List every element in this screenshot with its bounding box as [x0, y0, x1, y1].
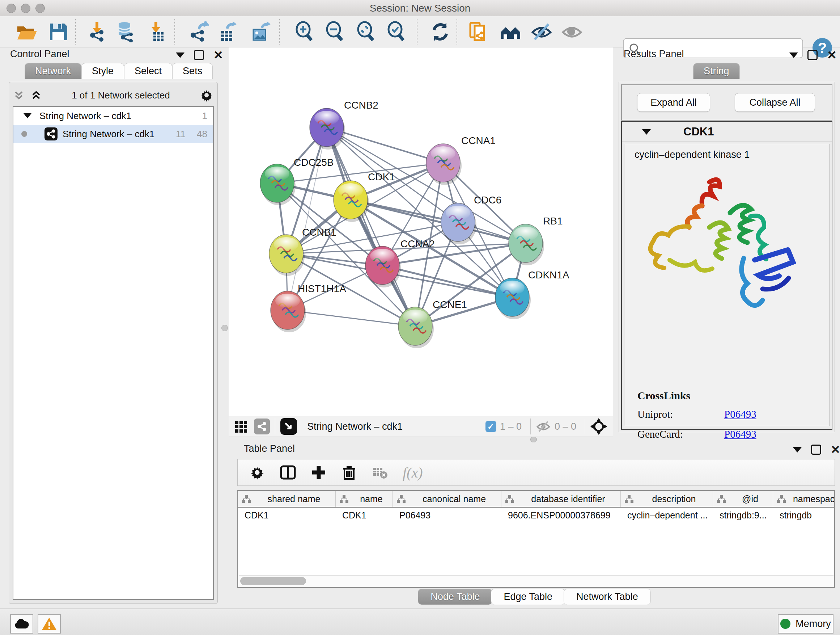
network-selection-status: 1 of 1 Network selected [42, 90, 199, 101]
cloud-button[interactable] [10, 614, 33, 633]
refresh-icon[interactable] [430, 21, 451, 42]
network-node-CCNB2[interactable]: CCNB2 [309, 100, 378, 149]
tab-edge-table[interactable]: Edge Table [491, 589, 565, 605]
copy-style-icon[interactable] [468, 21, 489, 42]
hide-selected-eye-icon[interactable] [531, 21, 552, 42]
grid-view-icon[interactable] [234, 419, 249, 434]
add-column-plus-icon[interactable] [311, 464, 327, 480]
import-table-file-icon[interactable] [145, 21, 166, 42]
scrollbar-thumb[interactable] [240, 577, 306, 585]
tab-style[interactable]: Style [81, 63, 124, 79]
table-row[interactable]: CDK1CDK1P064939606.ENSP00000378699cyclin… [238, 508, 834, 524]
crosslink-link[interactable]: P06493 [724, 428, 756, 440]
warnings-button[interactable] [38, 614, 61, 633]
network-node-CDC6[interactable]: CDC6 [441, 195, 501, 244]
section-collapse-arrow-icon[interactable] [642, 129, 651, 135]
table-cell: P06493 [393, 508, 501, 524]
tab-network[interactable]: Network [25, 63, 81, 79]
zoom-fit-icon[interactable] [355, 21, 376, 42]
network-node-CDKN1A[interactable]: CDKN1A [495, 269, 569, 319]
table-options-gear-icon[interactable] [249, 464, 265, 480]
memory-button[interactable]: Memory [778, 614, 834, 633]
results-panel-float-icon[interactable] [807, 50, 818, 60]
network-collection-label: String Network – cdk1 [39, 111, 131, 122]
zoom-out-icon[interactable] [324, 21, 345, 42]
gene-section-header[interactable]: CDK1 [622, 122, 832, 142]
control-panel: Control Panel ✕ NetworkStyleSelectSets 1… [2, 49, 224, 606]
network-node-CCNA1[interactable]: CCNA1 [426, 135, 496, 185]
control-panel-close-icon[interactable]: ✕ [213, 51, 223, 59]
network-row[interactable]: String Network – cdk1 11 48 [13, 125, 213, 143]
tab-sets[interactable]: Sets [172, 63, 213, 79]
birds-eye-view-icon[interactable] [280, 418, 297, 435]
network-node-HIST1H1A[interactable]: HIST1H1A [271, 283, 346, 333]
column-header-@id[interactable]: @id [713, 491, 773, 507]
export-table-icon[interactable] [216, 21, 237, 42]
memory-status-dot [780, 619, 790, 629]
network-collection-row[interactable]: String Network – cdk1 1 [13, 107, 213, 125]
column-header-description[interactable]: description [621, 491, 713, 507]
warning-icon [42, 617, 57, 631]
horizontal-splitter-grip[interactable] [531, 436, 537, 443]
export-image-icon[interactable] [249, 21, 271, 42]
open-session-icon[interactable] [16, 21, 37, 42]
network-node-CCNE1[interactable]: CCNE1 [398, 299, 467, 348]
column-header-namespace[interactable]: namespace [773, 491, 835, 507]
separator [585, 418, 585, 434]
home-icon[interactable] [500, 21, 521, 42]
show-columns-icon[interactable] [279, 464, 296, 481]
table-panel-menu-icon[interactable] [793, 447, 802, 453]
selected-checkbox-icon[interactable]: ✓ [485, 421, 496, 432]
save-session-icon[interactable] [48, 21, 69, 42]
tab-network-table[interactable]: Network Table [564, 589, 651, 605]
gene-section-content: cyclin–dependent kinase 1 [624, 144, 829, 426]
left-splitter-grip[interactable] [221, 325, 228, 331]
results-panel-tab-string[interactable]: String [693, 63, 740, 79]
toolbar-separator [75, 19, 76, 44]
table-panel-float-icon[interactable] [811, 445, 821, 455]
crosslink-row: GeneCard:P06493 [638, 428, 831, 440]
current-network-dot-icon [21, 131, 27, 137]
zoom-selected-icon[interactable] [386, 21, 407, 42]
table-panel-close-icon[interactable]: ✕ [831, 446, 840, 454]
network-edge[interactable] [287, 310, 415, 326]
table-panel: Table Panel ✕ f(x) shared namenamecanoni… [229, 442, 840, 608]
results-panel-title: Results Panel [624, 49, 684, 60]
expand-collapse-box: Expand All Collapse All [621, 84, 832, 120]
collection-count: 1 [202, 111, 207, 122]
export-network-icon[interactable] [188, 21, 209, 42]
node-label: CCNE1 [433, 299, 467, 310]
node-count: 11 [176, 128, 186, 140]
show-eye-disabled-icon[interactable] [561, 21, 583, 42]
column-header-database-identifier[interactable]: database identifier [501, 491, 621, 507]
crosslink-label: Uniprot: [638, 409, 724, 420]
tab-select[interactable]: Select [124, 63, 172, 79]
network-canvas[interactable]: CCNB2CCNA1CDC25BCDK1CDC6RB1CCNB1CCNA2CDK… [229, 48, 613, 416]
results-panel-close-icon[interactable]: ✕ [827, 51, 837, 59]
fit-content-crosshair-icon[interactable] [591, 418, 607, 435]
network-node-RB1[interactable]: RB1 [508, 215, 562, 265]
delete-column-trash-icon[interactable] [341, 464, 357, 480]
expand-all-tree-icon[interactable] [13, 89, 25, 101]
column-header-shared-name[interactable]: shared name [238, 491, 336, 507]
node-label: CDKN1A [528, 269, 569, 280]
column-header-name[interactable]: name [336, 491, 393, 507]
import-network-database-icon[interactable] [115, 21, 136, 42]
import-network-file-icon[interactable] [87, 21, 108, 42]
control-panel-menu-icon[interactable] [176, 52, 185, 58]
network-thumbnail-icon[interactable] [254, 418, 270, 434]
results-panel-menu-icon[interactable] [789, 52, 798, 58]
network-edge[interactable] [327, 127, 415, 326]
crosslink-link[interactable]: P06493 [724, 409, 756, 420]
column-header-canonical-name[interactable]: canonical name [393, 491, 501, 507]
tab-node-table[interactable]: Node Table [418, 589, 493, 605]
collapse-arrow-icon[interactable] [24, 113, 32, 119]
table-horizontal-scrollbar[interactable] [239, 575, 834, 586]
network-options-gear-icon[interactable] [199, 88, 214, 103]
collapse-all-tree-icon[interactable] [30, 89, 42, 101]
zoom-in-icon[interactable] [294, 21, 315, 42]
expand-all-button[interactable]: Expand All [637, 93, 710, 112]
collapse-all-button[interactable]: Collapse All [735, 93, 815, 112]
network-node-CCNB1[interactable]: CCNB1 [269, 226, 336, 276]
control-panel-float-icon[interactable] [194, 50, 204, 60]
